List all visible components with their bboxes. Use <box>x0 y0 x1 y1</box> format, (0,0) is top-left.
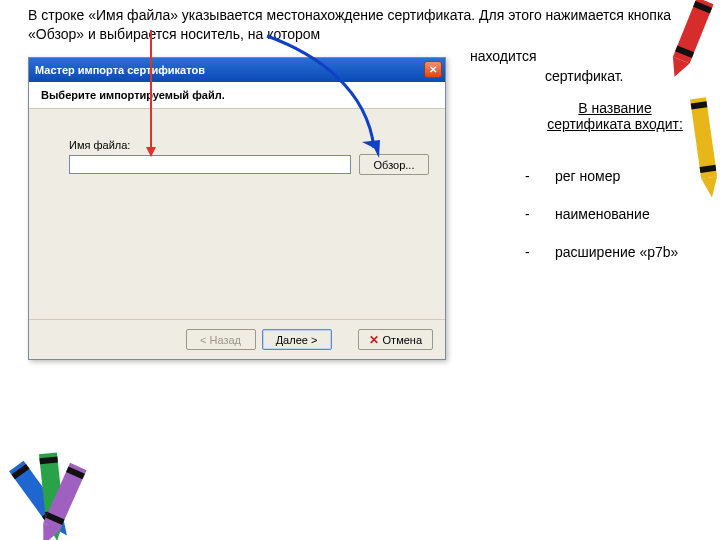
filename-input[interactable] <box>69 155 351 174</box>
cancel-icon: ✕ <box>369 333 379 347</box>
titlebar[interactable]: Мастер импорта сертификатов ✕ <box>29 58 445 82</box>
crayon-decoration-icon <box>680 92 720 204</box>
intro-line3: находится <box>470 48 537 64</box>
svg-marker-7 <box>701 177 720 199</box>
intro-line4: сертификат. <box>545 68 624 84</box>
dialog-footer: < Назад Далее > ✕ Отмена <box>29 319 445 359</box>
list-item: - наименование <box>525 206 700 222</box>
dialog-body: Имя файла: Обзор... <box>29 109 445 319</box>
filename-label: Имя файла: <box>69 139 429 151</box>
close-icon: ✕ <box>429 64 437 75</box>
subtitle: В название сертификата входит: <box>545 100 685 132</box>
bullet-list: - рег номер - наименование - расширение … <box>525 168 700 282</box>
close-button[interactable]: ✕ <box>424 61 442 78</box>
red-arrow-annotation <box>150 30 152 156</box>
back-button[interactable]: < Назад <box>186 329 256 350</box>
list-item: - рег номер <box>525 168 700 184</box>
crayon-decoration-icon <box>0 452 100 540</box>
browse-button[interactable]: Обзор... <box>359 154 429 175</box>
cancel-button[interactable]: ✕ Отмена <box>358 329 433 350</box>
dialog-subheader: Выберите импортируемый файл. <box>29 82 445 109</box>
next-button[interactable]: Далее > <box>262 329 332 350</box>
intro-text: В строке «Имя файла» указывается местона… <box>28 6 690 44</box>
crayon-decoration-icon <box>656 0 720 84</box>
list-item: - расширение «p7b» <box>525 244 700 260</box>
intro-paragraph: В строке «Имя файла» указывается местона… <box>28 7 671 42</box>
window-title: Мастер импорта сертификатов <box>35 64 424 76</box>
certificate-import-wizard-window: Мастер импорта сертификатов ✕ Выберите и… <box>28 57 446 360</box>
